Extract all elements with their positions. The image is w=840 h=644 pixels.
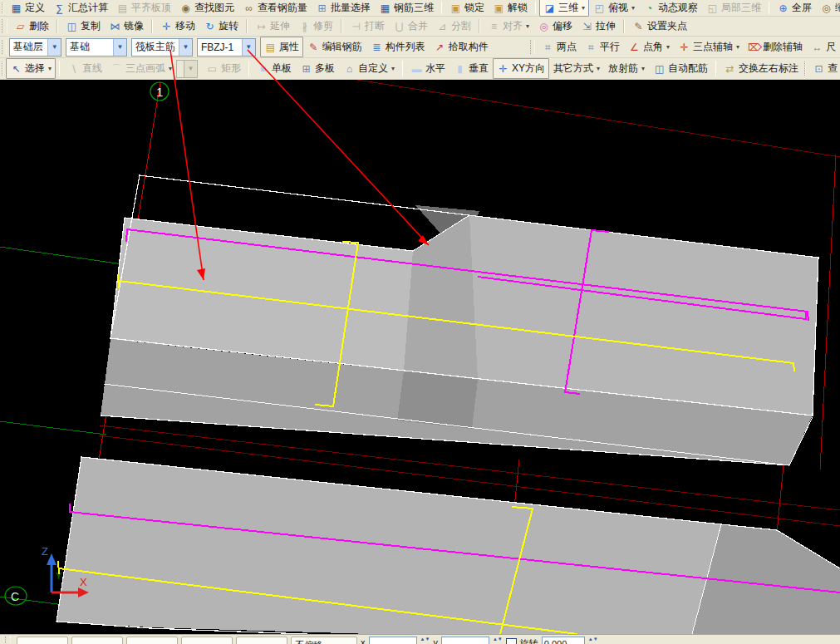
toolbar-button-custom[interactable]: ⌂自定义▾ (339, 58, 399, 79)
chevron-down-icon[interactable]: ▼ (179, 39, 192, 56)
toolbar-button-align-slab-top: ▤平齐板顶 (112, 0, 175, 17)
ucs-x-label: X (80, 576, 87, 588)
toolbar-button-view-rebar-amount[interactable]: ∞查看钢筋量 (238, 0, 312, 17)
bottom-slab[interactable] (56, 457, 840, 634)
bottom-status-toolbar: 不偏移 x ▲▼ y ▲▼ 旋转 0.000 ▲▼ (0, 634, 840, 644)
toolbar-button-batch-select[interactable]: ⊞批量选择 (312, 0, 375, 17)
bottom-button-4[interactable] (181, 637, 233, 644)
toolbar-button-mirror[interactable]: ⋈镜像 (105, 17, 148, 37)
toolbar-button-define[interactable]: ▦定义 (6, 0, 49, 17)
point-angle-icon: ∠ (628, 42, 641, 53)
toolbar-button-parallel-axis[interactable]: ⌗平行 (581, 37, 624, 57)
toolbar-grip[interactable] (5, 637, 11, 644)
toolbar-button-stretch[interactable]: ⇲拉伸 (577, 17, 620, 37)
toolbar-button-set-grips[interactable]: ✎设置夹点 (628, 17, 691, 37)
toolbar-grip[interactable] (2, 40, 7, 55)
toolbar-button-select[interactable]: ↖选择▾ (6, 58, 56, 79)
toolbar-button-horizontal[interactable]: ▬水平 (406, 58, 449, 79)
slab-step-slope-face[interactable] (404, 215, 478, 380)
chevron-down-icon: ▾ (391, 65, 395, 72)
x-spinner[interactable]: ▲▼ (420, 637, 430, 642)
toolbar-button-delete[interactable]: ▱删除 (10, 17, 53, 37)
toolbar-button-rebar-3d[interactable]: ▦钢筋三维 (375, 0, 438, 17)
toolbar-button-fullscreen[interactable]: ⊕全屏 (773, 0, 816, 17)
toolbar-button-merge: ⋃合并 (389, 17, 432, 37)
toolbar-button-edit-rebar[interactable]: ✎编辑钢筋 (303, 37, 366, 57)
separator (56, 19, 58, 33)
properties-icon: ▤ (264, 42, 277, 53)
toolbar-button-component-list[interactable]: ≣构件列表 (366, 37, 430, 57)
toolbar-button-pick-component[interactable]: ↗拾取构件 (430, 37, 493, 57)
toolbar-button-three-point-axis[interactable]: ✛三点辅轴▾ (674, 37, 744, 57)
toolbar-grip[interactable] (530, 40, 535, 55)
toolbar-button-lock[interactable]: ▣锁定 (445, 0, 489, 17)
top-slab[interactable] (101, 175, 818, 465)
stretch-icon: ⇲ (581, 21, 593, 32)
toolbar-button-offset[interactable]: ◎偏移 (533, 17, 577, 37)
separator (535, 2, 536, 13)
toolbar-button-check-annotation[interactable]: ⊡查 (808, 58, 840, 79)
toolbar-button-delete-aux-axis[interactable]: ⌦删除辅轴 (744, 37, 807, 57)
rotate-checkbox[interactable] (506, 638, 517, 644)
toolbar-button-xy-direction[interactable]: ✛XY方向 (493, 58, 549, 79)
toolbar-button-view-3d[interactable]: ◪三维▾ (539, 0, 589, 17)
rebar-type-combo[interactable]: 筏板主筋▼ (131, 38, 193, 57)
edit-rebar-icon: ✎ (307, 42, 320, 53)
rotate-angle-input[interactable]: 0.000 (542, 637, 585, 644)
application-window: ▦定义 ∑汇总计算 ▤平齐板顶 ◉查找图元 ∞查看钢筋量 ⊞批量选择 ▦钢筋三维… (0, 0, 840, 644)
floor-combo[interactable]: 基础层▼ (9, 38, 61, 57)
x-coordinate-input[interactable] (369, 637, 417, 644)
element-type-combo[interactable]: 基础▼ (66, 38, 127, 57)
toolbar-button-top-view[interactable]: ◰俯视▾ (589, 0, 639, 17)
auto-rebar-icon: ◫ (653, 63, 666, 75)
chevron-down-icon[interactable]: ▼ (47, 39, 61, 56)
toolbar-button-move[interactable]: ✛移动 (156, 17, 199, 37)
component-combo[interactable]: FBZJ-1▼ (197, 38, 256, 57)
toolbar-grip[interactable] (2, 19, 7, 32)
toolbar-button-unlock[interactable]: ▣解锁 (489, 0, 532, 17)
toolbar-button-multi-slab[interactable]: ⊞多板 (296, 58, 339, 79)
rotate-spinner[interactable]: ▲▼ (588, 637, 598, 642)
toolbar-button-rotate[interactable]: ↻旋转 (199, 17, 243, 37)
rebar-yellow-tick (118, 274, 119, 288)
toolbar-button-point-angle-axis[interactable]: ∠点角▾ (624, 37, 674, 57)
drawing-viewport[interactable]: 1 C Z Y X (0, 80, 840, 634)
bottom-button-5[interactable] (236, 637, 287, 644)
bottom-button-2[interactable] (71, 637, 123, 644)
chevron-down-icon[interactable]: ▼ (242, 39, 255, 56)
toolbar-button-properties[interactable]: ▤属性 (260, 37, 303, 57)
toolbar-button-sum-calc[interactable]: ∑汇总计算 (49, 0, 112, 17)
toolbar-grip[interactable] (2, 2, 3, 13)
toolbar-button-dimension[interactable]: ↔尺 (807, 37, 840, 57)
toolbar-button-vertical[interactable]: ▮垂直 (449, 58, 493, 79)
bottom-button-1[interactable] (17, 637, 68, 644)
toolbar-button-auto-rebar[interactable]: ◫自动配筋 (649, 58, 712, 79)
chevron-down-icon[interactable]: ▼ (113, 39, 126, 56)
chevron-down-icon: ▾ (169, 65, 172, 72)
y-coordinate-input[interactable] (441, 637, 489, 644)
align-icon: ≡ (488, 21, 500, 32)
toolbar-grip[interactable] (2, 61, 3, 76)
top-view-icon: ◰ (593, 2, 606, 14)
toolbar-button-orbit[interactable]: ◔动态观察 (639, 0, 702, 17)
offset-mode-combo[interactable]: 不偏移 (291, 637, 357, 644)
toolbar-button-single-slab[interactable]: ■单板 (253, 58, 296, 79)
y-spinner[interactable]: ▲▼ (493, 637, 503, 642)
check-annotation-icon: ⊡ (813, 63, 825, 75)
toolbar-button-two-point-axis[interactable]: ⌗两点 (538, 37, 581, 57)
bottom-button-3[interactable] (126, 637, 178, 644)
separator (59, 61, 60, 76)
sum-icon: ∑ (53, 2, 66, 14)
toolbar-button-swap-annotation[interactable]: ⇄交换左右标注 (720, 58, 803, 79)
separator (246, 19, 248, 33)
toolbar-button-find-element[interactable]: ◉查找图元 (175, 0, 238, 17)
toolbar-row-3: 基础层▼ 基础▼ 筏板主筋▼ FBZJ-1▼ ▤属性 ✎编辑钢筋 ≣构件列表 ↗… (0, 37, 840, 58)
toolbar-button-other-method[interactable]: 其它方式▾ (549, 58, 604, 79)
toolbar-grip[interactable] (804, 61, 806, 76)
toolbar-button-copy[interactable]: ◫复制 (61, 17, 105, 37)
binoculars-icon: ◉ (179, 2, 192, 14)
ucs-z-label: Z (42, 545, 48, 558)
cube-3d-icon: ◪ (543, 2, 556, 14)
toolbar-button-radial-rebar[interactable]: 放射筋▾ (604, 58, 649, 79)
toolbar-button-zoom[interactable]: ◎缩放▾ (816, 0, 840, 17)
